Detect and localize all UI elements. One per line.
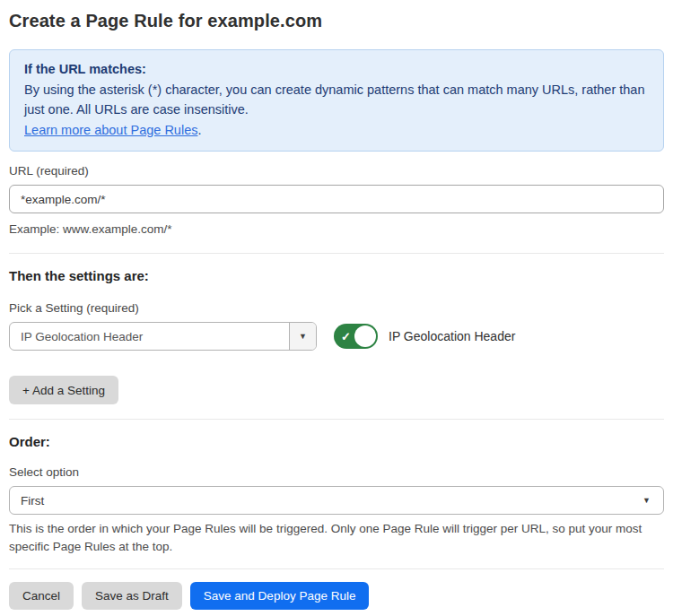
check-icon: ✓ bbox=[341, 330, 351, 343]
order-select-value: First bbox=[21, 494, 44, 508]
learn-more-link[interactable]: Learn more about Page Rules bbox=[24, 123, 197, 137]
divider bbox=[9, 568, 664, 569]
info-box-heading: If the URL matches: bbox=[24, 59, 649, 80]
ip-geolocation-toggle[interactable]: ✓ bbox=[334, 324, 378, 349]
setting-picker-arrow-button[interactable]: ▼ bbox=[289, 323, 316, 350]
setting-picker-dropdown[interactable]: IP Geolocation Header ▼ bbox=[9, 322, 317, 351]
chevron-down-icon: ▼ bbox=[642, 496, 651, 505]
add-setting-button[interactable]: + Add a Setting bbox=[9, 376, 118, 404]
url-input[interactable] bbox=[9, 185, 664, 213]
url-matches-info-box: If the URL matches: By using the asteris… bbox=[9, 49, 664, 152]
page-title: Create a Page Rule for example.com bbox=[9, 11, 664, 31]
link-suffix: . bbox=[197, 123, 201, 137]
settings-section-heading: Then the settings are: bbox=[9, 268, 664, 283]
save-as-draft-button[interactable]: Save as Draft bbox=[82, 582, 182, 610]
setting-row: IP Geolocation Header ▼ ✓ IP Geolocation… bbox=[9, 322, 664, 351]
setting-picker-label: Pick a Setting (required) bbox=[9, 301, 664, 315]
toggle-knob bbox=[354, 325, 376, 347]
order-help-text: This is the order in which your Page Rul… bbox=[9, 520, 664, 556]
url-field-label: URL (required) bbox=[9, 164, 664, 178]
order-select[interactable]: First ▼ bbox=[9, 486, 664, 515]
divider bbox=[9, 253, 664, 254]
info-box-link-row: Learn more about Page Rules. bbox=[24, 120, 649, 141]
save-and-deploy-button[interactable]: Save and Deploy Page Rule bbox=[190, 582, 370, 610]
url-field-help: Example: www.example.com/* bbox=[9, 221, 664, 239]
footer-actions: Cancel Save as Draft Save and Deploy Pag… bbox=[9, 582, 664, 610]
setting-picker-value: IP Geolocation Header bbox=[10, 323, 289, 350]
order-section-heading: Order: bbox=[9, 434, 664, 449]
divider bbox=[9, 419, 664, 420]
order-select-label: Select option bbox=[9, 465, 664, 479]
cancel-button[interactable]: Cancel bbox=[9, 582, 74, 610]
info-box-body: By using the asterisk (*) character, you… bbox=[24, 80, 649, 120]
chevron-down-icon: ▼ bbox=[299, 332, 307, 341]
toggle-label: IP Geolocation Header bbox=[389, 329, 515, 343]
